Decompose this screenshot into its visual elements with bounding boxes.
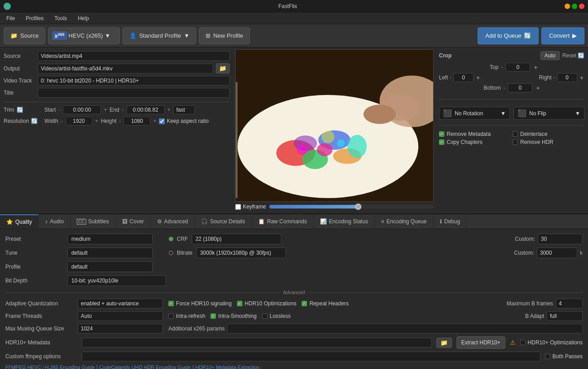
crop-right-plus[interactable]: +: [579, 74, 584, 81]
crop-left-input[interactable]: [453, 73, 474, 82]
profile-select[interactable]: default: [67, 261, 153, 272]
deinterlace-option[interactable]: Deinterlace: [513, 131, 584, 137]
codec-selector[interactable]: X265 HEVC (x265) ▼: [48, 27, 120, 44]
crop-left-plus[interactable]: +: [475, 74, 481, 81]
height-input[interactable]: [123, 117, 150, 126]
keyframe-slider[interactable]: [269, 205, 434, 208]
remove-hdr-checkbox[interactable]: [513, 139, 518, 145]
custom-ffmpeg-input[interactable]: [82, 352, 540, 361]
menu-profiles[interactable]: Profiles: [23, 14, 46, 22]
force-hdr10-checkbox[interactable]: ✓: [168, 301, 174, 306]
video-track-select[interactable]: 0: hevc 10-bit bt2020 - HDR10 | HDR10+: [38, 76, 230, 86]
ft-select[interactable]: Auto: [78, 311, 163, 321]
codecalamity-guide-link[interactable]: CodeCalamity UHD HDR Encoding Guide: [99, 365, 191, 369]
mmqs-select[interactable]: 1024: [78, 324, 163, 334]
hdr10-plus-opt-option[interactable]: HDR10+ Optimizations: [520, 339, 583, 346]
force-hdr10-option[interactable]: ✓ Force HDR10 signaling: [168, 300, 232, 307]
extract-hdr10-plus-button[interactable]: Extract HDR10+: [456, 336, 505, 349]
tab-audio[interactable]: ♪ Audio: [39, 214, 70, 229]
intra-refresh-option[interactable]: Intra-refresh: [168, 313, 205, 319]
b-adapt-select[interactable]: full: [547, 311, 583, 321]
copy-chapters-option[interactable]: ✓ Copy Chapters: [439, 139, 511, 145]
intra-smoothing-option[interactable]: ✓ Intra-Smoothing: [211, 313, 256, 319]
tab-raw-commands-icon: 📋: [258, 218, 265, 225]
intra-refresh-checkbox[interactable]: [168, 313, 174, 319]
crop-bottom-input[interactable]: [508, 83, 532, 92]
intra-smoothing-checkbox[interactable]: ✓: [211, 313, 216, 319]
crop-top-dash: -: [501, 64, 503, 70]
lossless-checkbox[interactable]: [262, 313, 268, 319]
rotation-selector[interactable]: ⬛ No Rotation ▼: [439, 107, 510, 120]
title-input[interactable]: [38, 88, 230, 98]
hdr10-opt-option[interactable]: ✓ HDR10 Optimizations: [237, 300, 296, 307]
both-passes-checkbox[interactable]: [545, 354, 550, 359]
crop-reset-button[interactable]: Reset 🔄: [562, 52, 584, 59]
tab-encoding-status[interactable]: 📊 Encoding Status: [314, 214, 375, 229]
bit-depth-select[interactable]: 10-bit: yuv420p10le: [67, 275, 166, 286]
convert-button[interactable]: Convert ▶: [541, 27, 584, 44]
trim-speed-select[interactable]: fast: [173, 105, 195, 114]
hdr10-plus-opt-checkbox[interactable]: [520, 340, 526, 345]
crop-right-input[interactable]: [557, 73, 577, 82]
tab-quality[interactable]: ⭐ Quality: [0, 214, 39, 229]
hdr10-plus-browse-button[interactable]: 📁: [436, 338, 452, 348]
hdr10-extraction-link[interactable]: HDR10+ Metadata Extraction: [195, 365, 259, 369]
max-b-frames-select[interactable]: 4: [556, 299, 583, 308]
custom-crf-input[interactable]: [538, 234, 583, 244]
trim-start-input[interactable]: [63, 105, 101, 114]
lossless-option[interactable]: Lossless: [262, 313, 291, 319]
standard-profile-button[interactable]: 👤 Standard Profile ▼: [123, 27, 196, 44]
tab-source-details[interactable]: 🎧 Source Details: [195, 214, 252, 229]
source-button[interactable]: 📁 Source: [4, 27, 45, 44]
tab-raw-commands[interactable]: 📋 Raw Commands: [252, 214, 314, 229]
remove-hdr-option[interactable]: Remove HDR: [513, 139, 584, 145]
preset-select[interactable]: medium: [67, 234, 153, 244]
output-browse-button[interactable]: 📁: [216, 63, 230, 74]
width-input[interactable]: [66, 117, 92, 126]
maximize-button[interactable]: [572, 4, 577, 9]
copy-chapters-checkbox[interactable]: ✓: [439, 139, 444, 145]
force-hdr10-label: Force HDR10 signaling: [176, 300, 232, 307]
minimize-button[interactable]: [565, 4, 570, 9]
menu-tools[interactable]: Tools: [52, 14, 70, 22]
remove-metadata-checkbox[interactable]: ✓: [439, 131, 444, 137]
keyframe-check[interactable]: Keyframe: [235, 204, 266, 210]
both-passes-option[interactable]: Both Passes: [545, 353, 583, 360]
tab-cover[interactable]: 🖼 Cover: [116, 214, 151, 229]
remove-metadata-option[interactable]: ✓ Remove Metadata: [439, 131, 511, 137]
output-input[interactable]: [38, 64, 213, 74]
tab-advanced[interactable]: ⚙ Advanced: [151, 214, 195, 229]
tab-encoding-queue[interactable]: ≡ Encoding Queue: [375, 214, 433, 229]
new-profile-button[interactable]: ⊞ New Profile: [199, 27, 250, 44]
tab-subtitles[interactable]: CC Subtitles: [70, 214, 115, 229]
crf-select[interactable]: 22 (1080p): [192, 234, 281, 244]
deinterlace-checkbox[interactable]: [513, 131, 518, 137]
trim-refresh-icon: 🔄: [17, 107, 23, 113]
crop-auto-button[interactable]: Auto: [540, 51, 560, 60]
aspect-ratio-checkbox[interactable]: [159, 118, 165, 124]
add-to-queue-button[interactable]: Add to Queue 🔄: [478, 27, 539, 44]
aq-select[interactable]: enabled + auto-variance: [78, 299, 163, 308]
close-button[interactable]: [579, 4, 584, 9]
custom-bitrate-input[interactable]: [537, 247, 577, 258]
crop-top-input[interactable]: [505, 63, 530, 72]
keyframe-checkbox[interactable]: [235, 204, 241, 210]
crop-top-plus[interactable]: +: [533, 64, 538, 71]
flip-selector[interactable]: ⬛ No Flip ▼: [513, 107, 584, 120]
aspect-ratio-check[interactable]: Keep aspect ratio: [159, 118, 208, 124]
source-input[interactable]: [38, 51, 230, 61]
bitrate-radio[interactable]: [169, 251, 173, 255]
trim-end-input[interactable]: [127, 105, 165, 114]
tune-select[interactable]: default: [67, 247, 153, 258]
crop-bottom-plus[interactable]: +: [535, 84, 540, 91]
hdr10-opt-checkbox[interactable]: ✓: [237, 301, 242, 306]
ffmpeg-guide-link[interactable]: FFMPEG HEVC / H.265 Encoding Guide: [5, 365, 95, 369]
repeat-headers-option[interactable]: ✓ Repeat Headers: [302, 300, 348, 307]
menu-help[interactable]: Help: [75, 14, 92, 22]
repeat-headers-checkbox[interactable]: ✓: [302, 301, 307, 306]
additional-x265-input[interactable]: [227, 324, 583, 334]
bitrate-select[interactable]: 3000k (1920x1080p @ 30fps): [196, 247, 286, 258]
tab-debug[interactable]: ℹ Debug: [434, 214, 467, 229]
hdr10-plus-metadata-input[interactable]: [82, 338, 432, 347]
menu-file[interactable]: File: [4, 14, 18, 22]
